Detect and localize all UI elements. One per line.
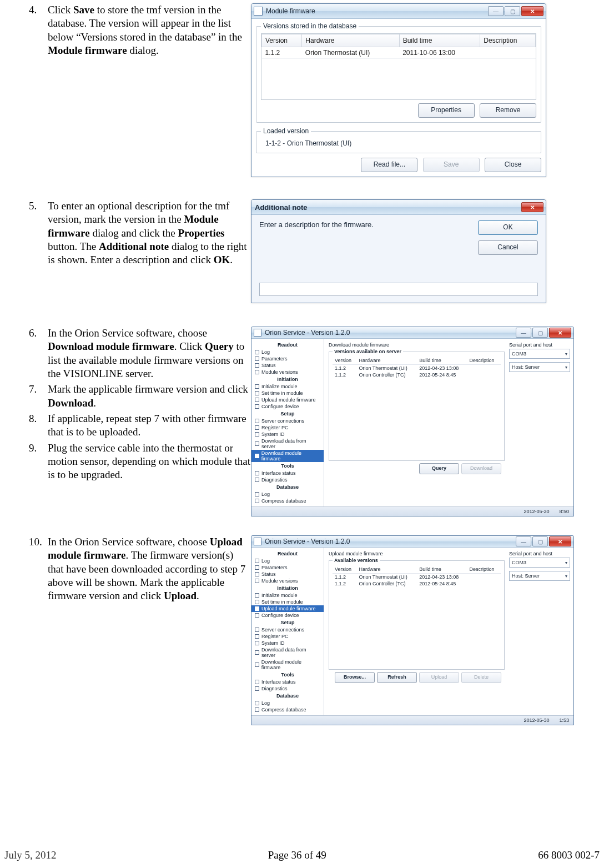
status-date: 2012-05-30: [524, 718, 549, 723]
sidebar-item[interactable]: Initialize module: [251, 383, 324, 390]
col-version[interactable]: Version: [262, 34, 302, 47]
bullet-icon: [255, 384, 259, 389]
sidebar-item[interactable]: Diagnostics: [251, 685, 324, 692]
browse-button[interactable]: Browse...: [335, 672, 375, 683]
read-file-button[interactable]: Read file...: [361, 158, 417, 172]
versions-table[interactable]: VersionHardwareBuild timeDescription1.1.…: [333, 565, 501, 587]
refresh-button[interactable]: Refresh: [377, 672, 417, 683]
minimize-button[interactable]: —: [516, 328, 531, 338]
orion-service-title: Orion Service - Version 1.2.0: [265, 329, 516, 337]
sidebar-item[interactable]: Interface status: [251, 679, 324, 685]
sidebar-item[interactable]: Download data from server: [251, 646, 324, 659]
sidebar-item[interactable]: Download module firmware: [251, 450, 324, 462]
sidebar-item[interactable]: Download module firmware: [251, 659, 324, 671]
close-button-2[interactable]: Close: [485, 158, 541, 172]
table-row[interactable]: 1.1.2Orion Controller (TC)2012-05-24 8:4…: [333, 372, 501, 378]
sidebar: ReadoutLogParametersStatusModule version…: [251, 339, 324, 506]
sidebar-item[interactable]: Module versions: [251, 369, 324, 375]
serial-port-combo[interactable]: COM3▾: [509, 558, 570, 568]
sidebar-category: Readout: [251, 550, 324, 558]
description-input[interactable]: [259, 283, 538, 296]
sidebar-item[interactable]: Log: [251, 491, 324, 498]
query-button[interactable]: Query: [419, 463, 459, 474]
col-hardware[interactable]: Hardware: [302, 34, 399, 47]
upload-button[interactable]: Upload: [419, 672, 459, 683]
bullet-icon: [255, 686, 259, 691]
serial-port-combo[interactable]: COM3▾: [509, 349, 570, 359]
minimize-button[interactable]: —: [488, 6, 504, 16]
col-buildtime[interactable]: Build time: [399, 34, 480, 47]
sidebar-item[interactable]: Log: [251, 349, 324, 355]
close-button[interactable]: ✕: [549, 328, 571, 338]
sidebar-category: Tools: [251, 671, 324, 679]
orion-service-titlebar[interactable]: Orion Service - Version 1.2.0—▢✕: [251, 327, 573, 339]
versions-table[interactable]: VersionHardwareBuild timeDescription1.1.…: [333, 357, 501, 378]
sidebar-item[interactable]: Configure device: [251, 612, 324, 619]
table-row[interactable]: 1.1.2Orion Controller (TC)2012-05-24 8:4…: [333, 580, 501, 587]
sidebar-item[interactable]: Set time in module: [251, 599, 324, 605]
sidebar-item[interactable]: Module versions: [251, 578, 324, 584]
properties-button[interactable]: Properties: [418, 103, 475, 118]
module-firmware-titlebar[interactable]: Module firmware — ▢ ✕: [251, 4, 546, 19]
loaded-version-text: 1-1-2 - Orion Thermostat (UI): [261, 138, 536, 147]
versions-table[interactable]: Version Hardware Build time Description …: [261, 33, 536, 100]
close-button[interactable]: ✕: [521, 6, 543, 16]
sidebar-item[interactable]: Log: [251, 558, 324, 564]
table-row[interactable]: 1.1.2Orion Thermostat (UI)2012-04-23 13:…: [333, 365, 501, 372]
step-5-text: To enter an optional description for the…: [48, 199, 251, 267]
sidebar-item[interactable]: Register PC: [251, 633, 324, 640]
sidebar-item[interactable]: Initialize module: [251, 592, 324, 599]
sidebar-item[interactable]: Diagnostics: [251, 476, 324, 483]
sidebar-item[interactable]: Set time in module: [251, 390, 324, 397]
maximize-button[interactable]: ▢: [532, 328, 548, 338]
col-description[interactable]: Description: [480, 34, 536, 47]
sidebar-item[interactable]: Upload module firmware: [251, 397, 324, 403]
sidebar-item[interactable]: Log: [251, 700, 324, 706]
sidebar-item[interactable]: Configure device: [251, 403, 324, 410]
sidebar-item[interactable]: Compress database: [251, 706, 324, 713]
bullet-icon: [255, 441, 259, 446]
sidebar-item[interactable]: Upload module firmware: [251, 605, 324, 612]
table-row[interactable]: 1.1.2Orion Thermostat (UI)2012-04-23 13:…: [333, 574, 501, 581]
bullet-icon: [255, 708, 259, 712]
bullet-icon: [255, 593, 259, 598]
bullet-icon: [255, 404, 259, 409]
cancel-button[interactable]: Cancel: [478, 240, 538, 255]
orion-service-titlebar[interactable]: Orion Service - Version 1.2.0—▢✕: [251, 536, 573, 548]
sidebar-item[interactable]: Parameters: [251, 355, 324, 362]
sidebar-item[interactable]: System ID: [251, 640, 324, 646]
minimize-button[interactable]: —: [516, 536, 531, 546]
close-button[interactable]: ✕: [549, 536, 571, 546]
sidebar-item[interactable]: Register PC: [251, 424, 324, 431]
table-row[interactable]: 1.1.2 Orion Thermostat (UI) 2011-10-06 1…: [262, 47, 536, 59]
save-button[interactable]: Save: [423, 158, 480, 172]
ok-button[interactable]: OK: [478, 220, 538, 235]
versions-stored-legend: Versions stored in the database: [261, 22, 359, 30]
bullet-icon: [255, 398, 259, 402]
download-button[interactable]: Download: [461, 463, 501, 474]
host-combo[interactable]: Host: Server▾: [509, 571, 570, 581]
sidebar-item[interactable]: Compress database: [251, 498, 324, 504]
chevron-down-icon: ▾: [565, 352, 567, 357]
status-date: 2012-05-30: [524, 509, 549, 514]
bullet-icon: [255, 641, 259, 645]
delete-button[interactable]: Delete: [461, 672, 501, 683]
sidebar-item[interactable]: System ID: [251, 431, 324, 438]
close-icon[interactable]: ✕: [521, 202, 543, 212]
maximize-button[interactable]: ▢: [505, 6, 520, 16]
maximize-button[interactable]: ▢: [532, 536, 548, 546]
sidebar-item[interactable]: Status: [251, 571, 324, 578]
remove-button[interactable]: Remove: [480, 103, 536, 118]
app-icon: [254, 7, 263, 16]
additional-note-titlebar[interactable]: Additional note ✕: [251, 200, 546, 215]
sidebar-item[interactable]: Server connections: [251, 418, 324, 424]
sidebar-item[interactable]: Interface status: [251, 470, 324, 476]
host-combo[interactable]: Host: Server▾: [509, 362, 570, 372]
sidebar-item[interactable]: Parameters: [251, 564, 324, 571]
status-time: 1:53: [559, 718, 569, 723]
sidebar-item[interactable]: Download data from server: [251, 438, 324, 450]
sidebar-item[interactable]: Status: [251, 362, 324, 369]
bullet-icon: [255, 572, 259, 576]
sidebar-category: Database: [251, 483, 324, 491]
sidebar-item[interactable]: Server connections: [251, 626, 324, 633]
